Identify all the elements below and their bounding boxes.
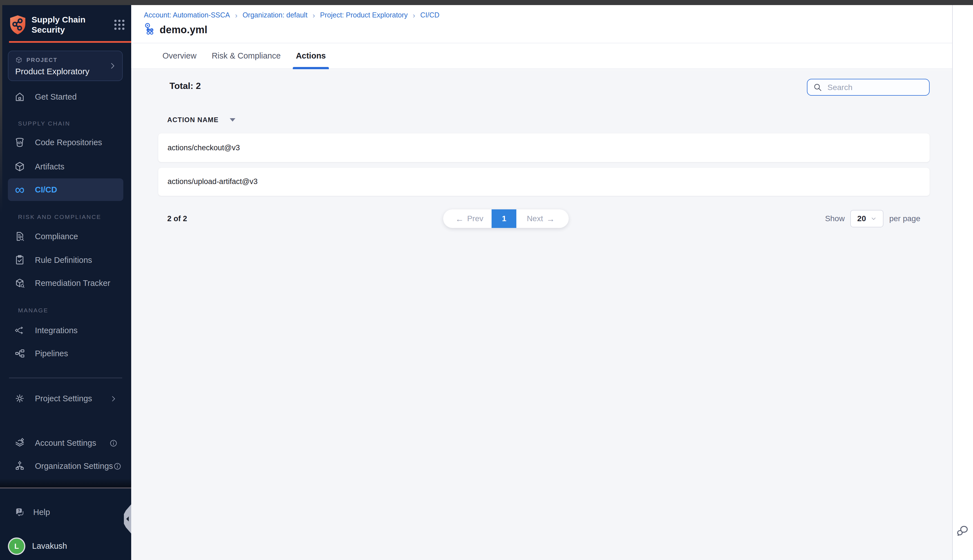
sidebar-footer: ? Help L Lavakush	[0, 488, 131, 560]
breadcrumb-separator: ›	[413, 11, 415, 19]
help-chat-icon: ?	[14, 507, 25, 518]
org-gear-icon	[14, 460, 25, 472]
sidebar-item-compliance[interactable]: Compliance	[8, 226, 123, 247]
search-input[interactable]	[826, 82, 919, 92]
sidebar: Supply Chain Security PROJECT Product Ex…	[0, 5, 131, 560]
page-size-select[interactable]: 20	[850, 210, 883, 227]
supply-chain-security-logo-icon	[9, 15, 27, 35]
module-accent-bar	[9, 41, 131, 42]
page-size-control: Show 20 per page	[825, 210, 920, 227]
user-menu[interactable]: L Lavakush	[8, 536, 123, 556]
app-grid-icon[interactable]	[115, 20, 124, 30]
project-selector[interactable]: PROJECT Product Exploratory	[8, 51, 122, 81]
breadcrumb-project-link[interactable]: Project: Product Exploratory	[320, 11, 408, 19]
arrow-left-icon: ←	[455, 213, 464, 223]
right-panel-strip	[952, 5, 973, 560]
home-icon	[14, 91, 25, 102]
sidebar-divider	[9, 378, 122, 378]
prev-page-button[interactable]: ← Prev	[444, 209, 492, 228]
pagination-row: 2 of 2 ← Prev 1 Next →	[131, 209, 952, 228]
chat-support-icon[interactable]	[956, 524, 970, 538]
show-label: Show	[825, 214, 844, 223]
gear-icon	[14, 393, 25, 404]
sort-descending-icon	[230, 118, 235, 121]
info-icon[interactable]	[113, 462, 121, 470]
compliance-doc-search-icon	[14, 231, 25, 242]
sidebar-item-code-repositories[interactable]: Code Repositories	[8, 132, 123, 153]
tab-risk-compliance[interactable]: Risk & Compliance	[211, 43, 281, 68]
sidebar-item-cicd[interactable]: ∞ CI/CD	[8, 178, 123, 201]
cicd-infinity-icon: ∞	[14, 184, 25, 195]
artifacts-cube-icon	[14, 161, 25, 172]
sidebar-item-integrations[interactable]: Integrations	[8, 320, 123, 340]
app-root: Supply Chain Security PROJECT Product Ex…	[0, 0, 973, 560]
arrow-right-icon: →	[546, 213, 555, 223]
sidebar-item-label: Code Repositories	[35, 138, 102, 147]
sidebar-collapse-handle[interactable]	[124, 504, 131, 533]
pipeline-workflow-icon	[144, 23, 156, 37]
sidebar-item-pipelines[interactable]: Pipelines	[8, 343, 123, 363]
box-wrench-icon	[14, 277, 25, 289]
sidebar-item-label: CI/CD	[35, 185, 57, 194]
info-icon[interactable]	[109, 439, 117, 447]
code-repositories-icon	[14, 137, 25, 148]
layers-gear-icon	[14, 437, 25, 448]
tab-actions[interactable]: Actions	[295, 43, 326, 68]
sidebar-item-label: Integrations	[35, 326, 78, 335]
sidebar-item-label: Account Settings	[35, 438, 96, 447]
chevron-right-icon	[108, 62, 117, 70]
sidebar-item-help[interactable]: ? Help	[8, 502, 123, 522]
search-icon	[813, 83, 822, 92]
page-1-button[interactable]: 1	[492, 209, 516, 228]
next-label: Next	[527, 214, 543, 223]
table-row[interactable]: actions/upload-artifact@v3	[158, 167, 930, 196]
sidebar-header: Supply Chain Security	[9, 12, 124, 37]
user-name: Lavakush	[32, 542, 67, 550]
table-row[interactable]: actions/checkout@v3	[158, 133, 930, 162]
action-name-cell: actions/checkout@v3	[167, 143, 240, 152]
breadcrumb-separator: ›	[312, 11, 315, 19]
window-top-edge	[0, 0, 973, 5]
sidebar-item-organization-settings[interactable]: Organization Settings	[8, 456, 123, 476]
action-name-cell: actions/upload-artifact@v3	[167, 178, 258, 186]
sidebar-item-rule-definitions[interactable]: Rule Definitions	[8, 250, 123, 270]
breadcrumb-cicd-link[interactable]: CI/CD	[421, 11, 439, 19]
project-label: PROJECT	[27, 57, 57, 63]
column-header-action-name[interactable]: ACTION NAME	[167, 115, 235, 125]
sidebar-item-label: Artifacts	[35, 162, 65, 171]
main-area: Account: Automation-SSCA › Organization:…	[131, 5, 952, 560]
breadcrumb-organization-link[interactable]: Organization: default	[242, 11, 307, 19]
tab-bar: Overview Risk & Compliance Actions	[131, 43, 952, 69]
pager: ← Prev 1 Next →	[444, 209, 569, 228]
actions-panel: Total: 2 ACTION NAME actions/checkout@v3…	[131, 70, 952, 560]
sidebar-item-label: Compliance	[35, 232, 78, 241]
section-label-supply-chain: SUPPLY CHAIN	[18, 120, 70, 127]
sidebar-item-artifacts[interactable]: Artifacts	[8, 157, 123, 177]
section-label-manage: MANAGE	[18, 307, 48, 313]
tab-overview[interactable]: Overview	[162, 43, 197, 68]
breadcrumb-account-link[interactable]: Account: Automation-SSCA	[144, 11, 230, 19]
sidebar-item-label: Pipelines	[35, 349, 68, 358]
sidebar-item-label: Organization Settings	[35, 462, 113, 470]
pagination-range: 2 of 2	[167, 214, 187, 223]
search-box	[807, 78, 930, 96]
page-size-value: 20	[857, 214, 866, 223]
user-avatar: L	[9, 538, 24, 553]
project-cube-icon	[15, 56, 23, 63]
clipboard-check-icon	[14, 254, 25, 266]
sidebar-item-project-settings[interactable]: Project Settings	[8, 388, 123, 408]
total-count: Total: 2	[170, 76, 201, 95]
page-title-row: demo.yml	[144, 23, 207, 37]
sidebar-item-get-started[interactable]: Get Started	[8, 87, 123, 107]
next-page-button[interactable]: Next →	[516, 209, 569, 228]
toolbar: Total: 2	[131, 76, 952, 95]
sidebar-item-label: Get Started	[35, 92, 77, 101]
sidebar-item-label: Help	[33, 508, 50, 517]
sidebar-item-account-settings[interactable]: Account Settings	[8, 433, 123, 453]
column-label: ACTION NAME	[167, 116, 219, 123]
sidebar-item-remediation-tracker[interactable]: Remediation Tracker	[8, 273, 123, 293]
sidebar-item-label: Remediation Tracker	[35, 278, 110, 288]
chevron-down-icon	[871, 215, 877, 222]
chevron-right-icon	[109, 394, 117, 403]
prev-label: Prev	[467, 214, 483, 223]
